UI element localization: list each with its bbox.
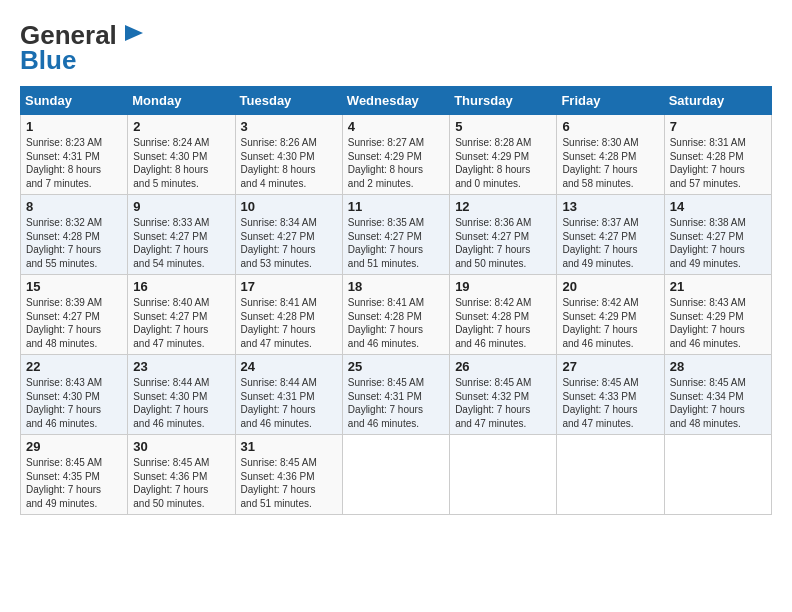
- day-info: Sunrise: 8:23 AM Sunset: 4:31 PM Dayligh…: [26, 136, 122, 190]
- calendar-cell: 20Sunrise: 8:42 AM Sunset: 4:29 PM Dayli…: [557, 275, 664, 355]
- day-number: 30: [133, 439, 229, 454]
- day-number: 31: [241, 439, 337, 454]
- calendar-table: SundayMondayTuesdayWednesdayThursdayFrid…: [20, 86, 772, 515]
- calendar-cell: 8Sunrise: 8:32 AM Sunset: 4:28 PM Daylig…: [21, 195, 128, 275]
- day-info: Sunrise: 8:27 AM Sunset: 4:29 PM Dayligh…: [348, 136, 444, 190]
- svg-marker-0: [125, 25, 143, 41]
- calendar-cell: 18Sunrise: 8:41 AM Sunset: 4:28 PM Dayli…: [342, 275, 449, 355]
- day-info: Sunrise: 8:37 AM Sunset: 4:27 PM Dayligh…: [562, 216, 658, 270]
- calendar-week-row: 22Sunrise: 8:43 AM Sunset: 4:30 PM Dayli…: [21, 355, 772, 435]
- weekday-header-tuesday: Tuesday: [235, 87, 342, 115]
- day-number: 7: [670, 119, 766, 134]
- calendar-cell: 10Sunrise: 8:34 AM Sunset: 4:27 PM Dayli…: [235, 195, 342, 275]
- day-number: 23: [133, 359, 229, 374]
- day-info: Sunrise: 8:26 AM Sunset: 4:30 PM Dayligh…: [241, 136, 337, 190]
- day-number: 19: [455, 279, 551, 294]
- day-info: Sunrise: 8:35 AM Sunset: 4:27 PM Dayligh…: [348, 216, 444, 270]
- logo-flag-icon: [123, 23, 145, 45]
- calendar-cell: 23Sunrise: 8:44 AM Sunset: 4:30 PM Dayli…: [128, 355, 235, 435]
- day-number: 21: [670, 279, 766, 294]
- calendar-week-row: 15Sunrise: 8:39 AM Sunset: 4:27 PM Dayli…: [21, 275, 772, 355]
- page-header: General Blue: [20, 20, 772, 76]
- day-number: 25: [348, 359, 444, 374]
- day-number: 8: [26, 199, 122, 214]
- calendar-cell: 28Sunrise: 8:45 AM Sunset: 4:34 PM Dayli…: [664, 355, 771, 435]
- day-info: Sunrise: 8:34 AM Sunset: 4:27 PM Dayligh…: [241, 216, 337, 270]
- calendar-cell: [557, 435, 664, 515]
- day-number: 3: [241, 119, 337, 134]
- logo-blue: Blue: [20, 45, 76, 76]
- calendar-cell: 25Sunrise: 8:45 AM Sunset: 4:31 PM Dayli…: [342, 355, 449, 435]
- day-number: 17: [241, 279, 337, 294]
- day-number: 11: [348, 199, 444, 214]
- calendar-cell: 27Sunrise: 8:45 AM Sunset: 4:33 PM Dayli…: [557, 355, 664, 435]
- day-number: 26: [455, 359, 551, 374]
- day-info: Sunrise: 8:30 AM Sunset: 4:28 PM Dayligh…: [562, 136, 658, 190]
- day-info: Sunrise: 8:45 AM Sunset: 4:33 PM Dayligh…: [562, 376, 658, 430]
- day-number: 15: [26, 279, 122, 294]
- day-info: Sunrise: 8:45 AM Sunset: 4:36 PM Dayligh…: [241, 456, 337, 510]
- day-info: Sunrise: 8:39 AM Sunset: 4:27 PM Dayligh…: [26, 296, 122, 350]
- day-number: 24: [241, 359, 337, 374]
- day-number: 29: [26, 439, 122, 454]
- calendar-cell: 30Sunrise: 8:45 AM Sunset: 4:36 PM Dayli…: [128, 435, 235, 515]
- day-number: 27: [562, 359, 658, 374]
- calendar-cell: 2Sunrise: 8:24 AM Sunset: 4:30 PM Daylig…: [128, 115, 235, 195]
- day-number: 2: [133, 119, 229, 134]
- day-number: 10: [241, 199, 337, 214]
- day-number: 4: [348, 119, 444, 134]
- day-info: Sunrise: 8:44 AM Sunset: 4:31 PM Dayligh…: [241, 376, 337, 430]
- calendar-cell: 4Sunrise: 8:27 AM Sunset: 4:29 PM Daylig…: [342, 115, 449, 195]
- calendar-cell: [342, 435, 449, 515]
- calendar-cell: 19Sunrise: 8:42 AM Sunset: 4:28 PM Dayli…: [450, 275, 557, 355]
- day-info: Sunrise: 8:45 AM Sunset: 4:32 PM Dayligh…: [455, 376, 551, 430]
- calendar-cell: 3Sunrise: 8:26 AM Sunset: 4:30 PM Daylig…: [235, 115, 342, 195]
- day-info: Sunrise: 8:33 AM Sunset: 4:27 PM Dayligh…: [133, 216, 229, 270]
- day-info: Sunrise: 8:45 AM Sunset: 4:31 PM Dayligh…: [348, 376, 444, 430]
- day-info: Sunrise: 8:45 AM Sunset: 4:36 PM Dayligh…: [133, 456, 229, 510]
- calendar-cell: 17Sunrise: 8:41 AM Sunset: 4:28 PM Dayli…: [235, 275, 342, 355]
- calendar-cell: 5Sunrise: 8:28 AM Sunset: 4:29 PM Daylig…: [450, 115, 557, 195]
- day-number: 12: [455, 199, 551, 214]
- calendar-cell: 31Sunrise: 8:45 AM Sunset: 4:36 PM Dayli…: [235, 435, 342, 515]
- day-info: Sunrise: 8:40 AM Sunset: 4:27 PM Dayligh…: [133, 296, 229, 350]
- calendar-week-row: 29Sunrise: 8:45 AM Sunset: 4:35 PM Dayli…: [21, 435, 772, 515]
- calendar-cell: 15Sunrise: 8:39 AM Sunset: 4:27 PM Dayli…: [21, 275, 128, 355]
- day-info: Sunrise: 8:28 AM Sunset: 4:29 PM Dayligh…: [455, 136, 551, 190]
- weekday-header-monday: Monday: [128, 87, 235, 115]
- calendar-cell: 16Sunrise: 8:40 AM Sunset: 4:27 PM Dayli…: [128, 275, 235, 355]
- calendar-cell: [664, 435, 771, 515]
- calendar-header: SundayMondayTuesdayWednesdayThursdayFrid…: [21, 87, 772, 115]
- day-number: 28: [670, 359, 766, 374]
- day-info: Sunrise: 8:41 AM Sunset: 4:28 PM Dayligh…: [348, 296, 444, 350]
- day-info: Sunrise: 8:38 AM Sunset: 4:27 PM Dayligh…: [670, 216, 766, 270]
- day-number: 6: [562, 119, 658, 134]
- calendar-cell: 6Sunrise: 8:30 AM Sunset: 4:28 PM Daylig…: [557, 115, 664, 195]
- calendar-cell: 24Sunrise: 8:44 AM Sunset: 4:31 PM Dayli…: [235, 355, 342, 435]
- calendar-body: 1Sunrise: 8:23 AM Sunset: 4:31 PM Daylig…: [21, 115, 772, 515]
- calendar-cell: 7Sunrise: 8:31 AM Sunset: 4:28 PM Daylig…: [664, 115, 771, 195]
- day-number: 5: [455, 119, 551, 134]
- day-number: 9: [133, 199, 229, 214]
- day-number: 22: [26, 359, 122, 374]
- calendar-cell: 22Sunrise: 8:43 AM Sunset: 4:30 PM Dayli…: [21, 355, 128, 435]
- day-info: Sunrise: 8:44 AM Sunset: 4:30 PM Dayligh…: [133, 376, 229, 430]
- day-info: Sunrise: 8:42 AM Sunset: 4:28 PM Dayligh…: [455, 296, 551, 350]
- day-info: Sunrise: 8:43 AM Sunset: 4:30 PM Dayligh…: [26, 376, 122, 430]
- calendar-cell: 9Sunrise: 8:33 AM Sunset: 4:27 PM Daylig…: [128, 195, 235, 275]
- day-number: 18: [348, 279, 444, 294]
- calendar-cell: 13Sunrise: 8:37 AM Sunset: 4:27 PM Dayli…: [557, 195, 664, 275]
- day-info: Sunrise: 8:45 AM Sunset: 4:35 PM Dayligh…: [26, 456, 122, 510]
- weekday-header-thursday: Thursday: [450, 87, 557, 115]
- day-info: Sunrise: 8:24 AM Sunset: 4:30 PM Dayligh…: [133, 136, 229, 190]
- day-number: 14: [670, 199, 766, 214]
- calendar-week-row: 8Sunrise: 8:32 AM Sunset: 4:28 PM Daylig…: [21, 195, 772, 275]
- weekday-header-wednesday: Wednesday: [342, 87, 449, 115]
- day-number: 13: [562, 199, 658, 214]
- calendar-cell: 26Sunrise: 8:45 AM Sunset: 4:32 PM Dayli…: [450, 355, 557, 435]
- calendar-cell: 14Sunrise: 8:38 AM Sunset: 4:27 PM Dayli…: [664, 195, 771, 275]
- day-info: Sunrise: 8:45 AM Sunset: 4:34 PM Dayligh…: [670, 376, 766, 430]
- day-number: 20: [562, 279, 658, 294]
- weekday-header-sunday: Sunday: [21, 87, 128, 115]
- day-info: Sunrise: 8:32 AM Sunset: 4:28 PM Dayligh…: [26, 216, 122, 270]
